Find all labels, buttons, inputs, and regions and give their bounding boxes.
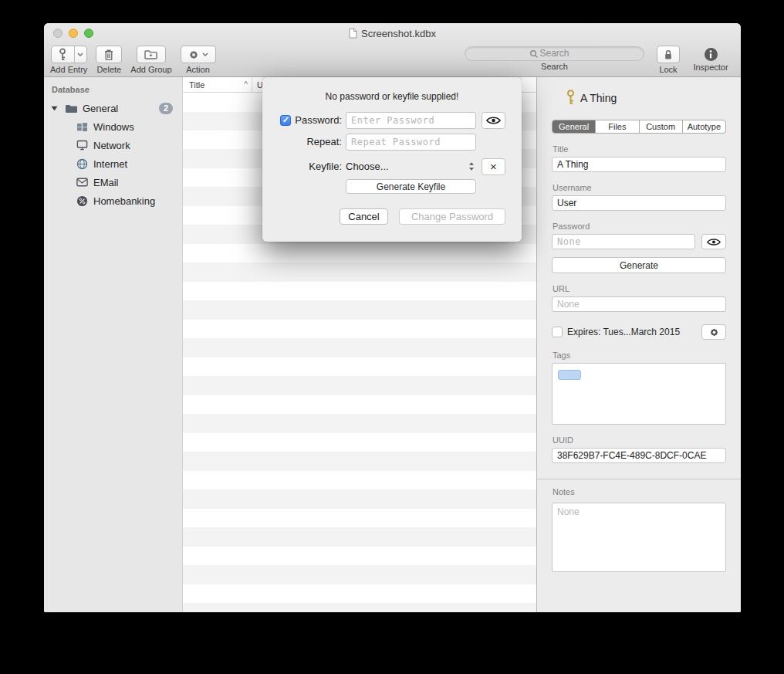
sidebar-item-label: Homebanking — [93, 195, 155, 207]
title-field[interactable] — [552, 157, 726, 172]
sidebar-item-homebanking[interactable]: Homebanking — [44, 191, 182, 210]
search-label: Search — [541, 62, 568, 71]
add-group-toolbar-item: Add Group — [130, 46, 171, 74]
expires-settings-button[interactable] — [701, 324, 726, 340]
sidebar-item-network[interactable]: Network — [44, 136, 182, 154]
expires-row: Expires: Tues...March 2015 — [552, 324, 726, 340]
repeat-password-input[interactable] — [346, 134, 476, 151]
sidebar-item-label: Internet — [93, 158, 127, 170]
sidebar: Database General 2 Windows — [44, 77, 183, 612]
folder-icon — [64, 103, 78, 113]
generate-keyfile-button[interactable]: Generate Keyfile — [346, 179, 476, 194]
generate-password-button[interactable]: Generate — [552, 257, 726, 273]
sidebar-item-label: Network — [93, 140, 130, 151]
expires-label: Expires: Tues...March 2015 — [567, 327, 697, 337]
inspector-label: Inspector — [693, 63, 728, 72]
sidebar-header: Database — [52, 85, 182, 94]
password-field[interactable] — [552, 234, 695, 249]
change-password-dialog: No password or keyfile supplied! ✓ Passw… — [262, 77, 522, 242]
monitor-icon — [75, 140, 89, 151]
delete-button[interactable] — [96, 46, 122, 63]
title-label: Title — [553, 144, 726, 154]
cancel-button[interactable]: Cancel — [340, 208, 388, 225]
column-header-title[interactable]: Title ^ — [183, 77, 252, 92]
eye-icon — [707, 238, 721, 246]
add-group-button[interactable] — [137, 46, 166, 63]
notes-label: Notes — [553, 487, 726, 496]
eye-icon — [486, 116, 501, 125]
info-icon[interactable] — [705, 48, 718, 61]
toolbar: Add Entry Delete Add Group — [44, 43, 741, 77]
folder-plus-icon — [144, 49, 157, 59]
tags-field[interactable] — [552, 363, 726, 425]
check-icon: ✓ — [282, 116, 289, 124]
group-count-badge: 2 — [159, 103, 173, 114]
inspector-toolbar-item: Inspector — [688, 46, 733, 72]
chevron-down-icon — [202, 52, 208, 56]
password-label: Password — [553, 222, 726, 231]
tag-chip[interactable] — [558, 370, 581, 380]
url-field[interactable] — [552, 296, 726, 312]
tags-label: Tags — [553, 351, 726, 360]
lock-toolbar-item: Lock — [654, 46, 682, 74]
repeat-label: Repeat: — [306, 136, 342, 147]
action-label: Action — [186, 65, 210, 74]
action-button[interactable] — [181, 46, 216, 63]
percent-icon — [75, 195, 89, 207]
new-password-input[interactable] — [346, 112, 476, 129]
windows-icon — [75, 122, 89, 132]
tab-autotype[interactable]: Autotype — [682, 120, 725, 133]
titlebar[interactable]: Screenshot.kdbx — [44, 23, 741, 43]
tab-files[interactable]: Files — [595, 120, 638, 133]
tab-general[interactable]: General — [553, 120, 595, 133]
search-input[interactable] — [465, 46, 644, 61]
trash-icon — [103, 49, 114, 61]
action-toolbar-item: Action — [181, 46, 216, 74]
key-icon — [566, 90, 575, 106]
keyfile-row: Keyfile: Choose... × — [262, 157, 505, 175]
username-label: Username — [553, 183, 726, 192]
sidebar-item-email[interactable]: EMail — [44, 173, 182, 191]
dialog-buttons: Cancel Change Password — [340, 208, 505, 225]
keyfile-popup[interactable]: Choose... — [346, 158, 476, 175]
search-toolbar-item: Search — [464, 46, 645, 71]
reveal-password-button[interactable] — [701, 234, 726, 249]
close-icon: × — [490, 161, 497, 172]
screen-background: Screenshot.kdbx Add Entry — [0, 0, 784, 674]
add-entry-toolbar-item: Add Entry — [50, 46, 87, 74]
sidebar-item-internet[interactable]: Internet — [44, 154, 182, 173]
password-checkbox[interactable]: ✓ — [280, 115, 291, 126]
delete-toolbar-item: Delete — [96, 46, 122, 74]
chevron-down-icon[interactable] — [75, 46, 86, 63]
delete-label: Delete — [96, 65, 121, 74]
window-title: Screenshot.kdbx — [361, 28, 436, 39]
entry-header: A Thing — [566, 90, 726, 106]
password-row: ✓ Password: — [262, 111, 505, 129]
sidebar-item-label: General — [83, 103, 118, 114]
sidebar-item-general[interactable]: General 2 — [44, 99, 182, 117]
sidebar-item-label: EMail — [93, 177, 119, 188]
lock-icon — [664, 49, 673, 60]
sidebar-item-windows[interactable]: Windows — [44, 117, 182, 136]
globe-icon — [75, 158, 89, 170]
inspector-divider — [537, 479, 741, 479]
window-title-wrap: Screenshot.kdbx — [44, 23, 741, 43]
notes-field[interactable] — [552, 503, 726, 572]
add-entry-label: Add Entry — [50, 65, 87, 74]
expires-checkbox[interactable] — [552, 327, 563, 337]
repeat-row: Repeat: — [262, 133, 505, 151]
disclosure-triangle-icon[interactable] — [51, 106, 59, 111]
keyfile-popup-value: Choose... — [346, 161, 389, 172]
reveal-password-button[interactable] — [482, 112, 505, 129]
clear-keyfile-button[interactable]: × — [482, 158, 505, 175]
lock-button[interactable] — [657, 46, 680, 63]
uuid-field[interactable] — [552, 448, 726, 463]
tab-custom[interactable]: Custom — [639, 120, 682, 133]
password-label: Password: — [295, 114, 342, 126]
change-password-button[interactable]: Change Password — [399, 208, 505, 225]
username-field[interactable] — [552, 195, 726, 211]
add-entry-button[interactable] — [51, 46, 87, 63]
gear-icon — [709, 327, 719, 337]
uuid-label: UUID — [553, 435, 726, 445]
document-icon — [349, 28, 357, 39]
